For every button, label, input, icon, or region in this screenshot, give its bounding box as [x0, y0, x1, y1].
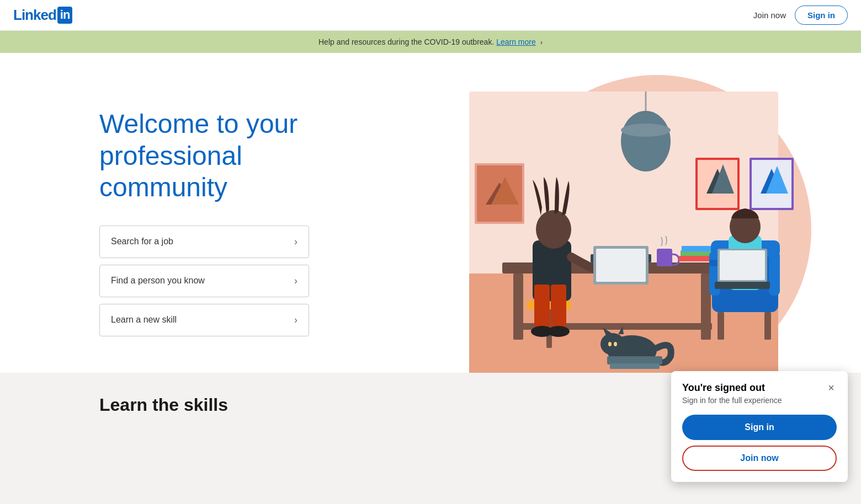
svg-point-7 — [621, 124, 671, 137]
popup-title: You're signed out — [682, 382, 765, 394]
action-learn-skill[interactable]: Learn a new skill › — [99, 304, 309, 336]
covid-chevron-icon: › — [540, 38, 543, 46]
logo-in-box: in — [57, 7, 73, 23]
chevron-right-icon: › — [294, 275, 297, 287]
svg-rect-39 — [769, 251, 780, 296]
popup-join-button[interactable]: Join now — [682, 446, 837, 471]
svg-point-52 — [608, 342, 612, 346]
svg-rect-32 — [657, 249, 672, 266]
covid-banner-text: Help and resources during the COVID-19 o… — [318, 37, 494, 46]
chevron-right-icon: › — [294, 314, 297, 326]
svg-rect-46 — [720, 250, 765, 280]
svg-rect-41 — [764, 312, 771, 340]
covid-banner: Help and resources during the COVID-19 o… — [0, 31, 861, 53]
svg-point-53 — [614, 342, 617, 346]
hero-title: Welcome to your professional community — [99, 108, 337, 203]
svg-rect-54 — [607, 356, 662, 364]
svg-point-27 — [548, 326, 570, 337]
linkedin-logo: Linked in — [13, 7, 72, 24]
covid-learn-more-link[interactable]: Learn more — [496, 37, 536, 46]
svg-point-28 — [536, 210, 571, 249]
header-join-link[interactable]: Join now — [753, 10, 786, 20]
header-signin-button[interactable]: Sign in — [795, 6, 848, 25]
bottom-title: Learn the skills — [99, 395, 762, 415]
svg-rect-40 — [718, 312, 724, 340]
action-search-job[interactable]: Search for a job › — [99, 226, 309, 258]
header-actions: Join now Sign in — [753, 6, 848, 25]
signed-out-popup: You're signed out × Sign in for the full… — [671, 371, 848, 482]
popup-close-button[interactable]: × — [826, 382, 837, 393]
header: Linked in Join now Sign in — [0, 0, 861, 31]
svg-rect-25 — [551, 285, 566, 329]
hero-svg-illustration — [436, 86, 795, 373]
hero-section: Welcome to your professional community S… — [0, 53, 861, 373]
action-find-person[interactable]: Find a person you know › — [99, 265, 309, 297]
svg-rect-35 — [682, 246, 715, 251]
svg-point-6 — [621, 111, 671, 171]
chevron-right-icon: › — [294, 236, 297, 248]
action-list: Search for a job › Find a person you kno… — [99, 226, 309, 336]
popup-signin-button[interactable]: Sign in — [682, 415, 837, 440]
svg-rect-47 — [715, 282, 770, 289]
hero-left: Welcome to your professional community S… — [99, 86, 337, 336]
svg-rect-55 — [610, 363, 660, 369]
popup-header: You're signed out × — [682, 382, 837, 394]
popup-subtitle: Sign in for the full experience — [682, 396, 837, 405]
logo-text: Linked — [13, 7, 56, 24]
svg-rect-24 — [534, 285, 550, 329]
svg-point-49 — [600, 333, 625, 355]
svg-rect-31 — [596, 249, 646, 282]
hero-illustration — [436, 86, 795, 373]
